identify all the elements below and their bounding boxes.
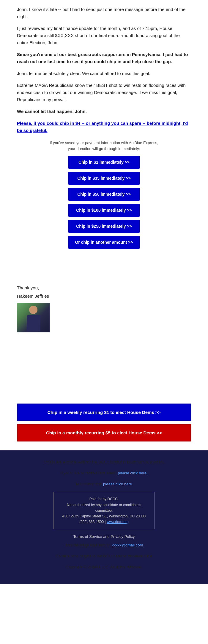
actblue-section: If you've saved your payment information… (17, 140, 191, 249)
paragraph-2: I just reviewed my final finance update … (17, 25, 191, 46)
paragraph-3-bold: Since you're one of our best grassroots … (17, 51, 191, 65)
donate-btn-35[interactable]: Chip in $35 immediately >> (68, 172, 140, 185)
cta-section: Chip in a weekly recurring $1 to elect H… (0, 398, 208, 450)
donate-btn-other[interactable]: Or chip in another amount >> (68, 236, 140, 249)
donate-btn-50[interactable]: Chip in $50 immediately >> (68, 188, 140, 201)
donate-link[interactable]: Please, if you could chip in $4 -- or an… (17, 121, 188, 133)
person-head (29, 306, 37, 314)
donate-btn-250[interactable]: Chip in $250 immediately >> (68, 220, 140, 233)
footer-copyright: Copyright © 2024 DCCC. All rights reserv… (17, 564, 191, 570)
footer-box-line2: Not authorized by any candidate or candi… (60, 502, 148, 514)
cta-monthly-btn[interactable]: Chip in a monthly recurring $5 to elect … (17, 424, 191, 441)
footer-line2: If you'd like to receive less email, ple… (17, 470, 191, 476)
footer-box-line4: (202) 863-1500 | www.dccc.org (60, 519, 148, 525)
bottom-spacer (17, 332, 191, 392)
thank-you: Thank you, (17, 284, 191, 291)
paragraph-6-bold: We cannot let that happen, John. (17, 108, 191, 115)
footer-line3: To unsubscribe, please click here. (17, 481, 191, 487)
person-body (27, 315, 40, 331)
signature: Thank you, Hakeem Jeffries (17, 284, 191, 300)
spacer (17, 255, 191, 278)
person-silhouette (26, 306, 41, 329)
footer: Emails are a crucial way for the DCCC to… (0, 450, 208, 584)
donate-link-text[interactable]: Please, if you could chip in $4 -- or an… (17, 120, 191, 134)
footer-terms: Terms of Service and Privacy Policy (17, 533, 191, 540)
paragraph-5: Extreme MAGA Republicans know their BEST… (17, 82, 191, 103)
actblue-note: If you've saved your payment information… (17, 140, 191, 152)
signer-name: Hakeem Jeffries (17, 293, 191, 300)
footer-box-line3: 430 South Capitol Street SE, Washington,… (60, 514, 148, 519)
paragraph-4: John, let me be absolutely clear: We can… (17, 70, 191, 77)
email-address-link[interactable]: xxxxx@gmail.com (112, 543, 143, 547)
footer-contributions: Contributions or gifts to the DCCC are n… (17, 553, 191, 559)
less-email-link[interactable]: please click here. (118, 471, 147, 475)
donate-btn-100[interactable]: Chip in $100 immediately >> (68, 204, 140, 217)
cta-weekly-btn[interactable]: Chip in a weekly recurring $1 to elect H… (17, 404, 191, 421)
signer-photo (17, 303, 50, 332)
footer-box-line1: Paid for by DCCC. (60, 496, 148, 502)
footer-legal-box: Paid for by DCCC. Not authorized by any … (53, 492, 155, 529)
email-body: John, I know it's late -- but I had to s… (0, 0, 208, 398)
donate-btn-1[interactable]: Chip in $1 immediately >> (68, 156, 140, 169)
footer-sent-to: This message was sent to: xxxxx@gmail.co… (17, 542, 191, 549)
footer-line1: Emails are a crucial way for the DCCC to… (17, 459, 191, 466)
paragraph-1: John, I know it's late -- but I had to s… (17, 6, 191, 20)
unsubscribe-link[interactable]: please click here. (103, 482, 133, 486)
dccc-website-link[interactable]: www.dccc.org (107, 520, 129, 524)
